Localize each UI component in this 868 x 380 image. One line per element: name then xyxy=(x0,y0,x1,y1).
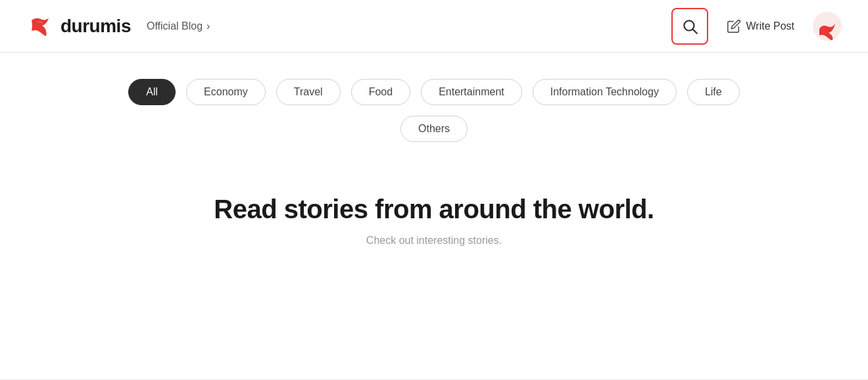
category-section: All Economy Travel Food Entertainment In… xyxy=(0,53,868,155)
avatar-icon xyxy=(813,12,842,41)
category-pill-economy[interactable]: Economy xyxy=(186,79,266,105)
write-post-button[interactable]: Write Post xyxy=(713,11,808,41)
category-pill-all[interactable]: All xyxy=(128,79,176,105)
search-icon xyxy=(681,18,698,35)
hero-title: Read stories from around the world. xyxy=(26,195,842,224)
category-row-2: Others xyxy=(400,116,468,142)
logo-icon xyxy=(26,12,54,40)
chevron-icon: › xyxy=(206,20,210,32)
svg-line-1 xyxy=(692,29,696,33)
write-post-label: Write Post xyxy=(746,20,795,32)
category-row-1: All Economy Travel Food Entertainment In… xyxy=(128,79,739,105)
header-left: durumis Official Blog › xyxy=(26,12,210,40)
category-pill-travel[interactable]: Travel xyxy=(276,79,341,105)
official-blog-link[interactable]: Official Blog › xyxy=(147,20,210,32)
category-pill-entertainment[interactable]: Entertainment xyxy=(421,79,522,105)
site-header: durumis Official Blog › Write Post xyxy=(0,0,868,53)
category-pill-others[interactable]: Others xyxy=(400,116,468,142)
category-pill-food[interactable]: Food xyxy=(351,79,410,105)
category-pill-life[interactable]: Life xyxy=(687,79,740,105)
logo[interactable]: durumis xyxy=(26,12,131,40)
header-right: Write Post xyxy=(671,8,842,45)
search-button[interactable] xyxy=(671,8,708,45)
official-blog-label: Official Blog xyxy=(147,20,203,32)
avatar[interactable] xyxy=(813,12,842,41)
category-pill-information-technology[interactable]: Information Technology xyxy=(533,79,677,105)
logo-text: durumis xyxy=(60,16,131,37)
edit-icon xyxy=(727,19,741,34)
hero-subtitle: Check out interesting stories. xyxy=(26,235,842,247)
hero-section: Read stories from around the world. Chec… xyxy=(0,155,868,260)
